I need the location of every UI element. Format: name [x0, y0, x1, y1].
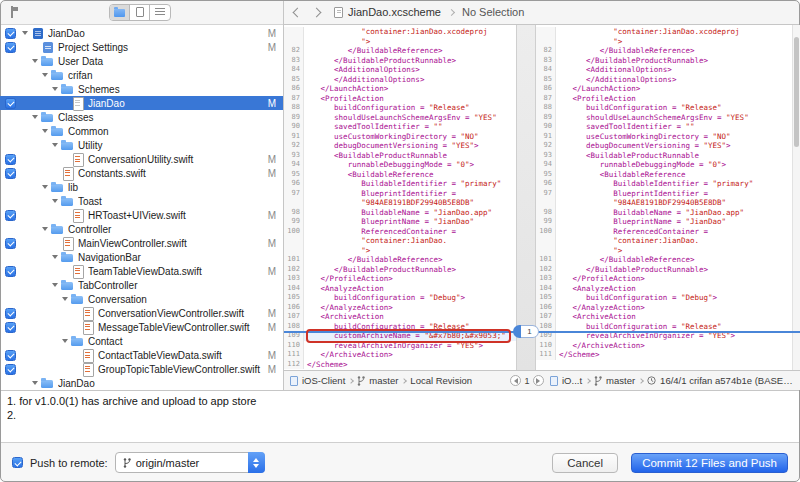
disclosure-triangle-icon[interactable] — [62, 292, 71, 306]
jumpbar-context[interactable]: No Selection — [462, 6, 524, 18]
tree-row-conversationutility-swift[interactable]: ConversationUtility.swiftM — [0, 152, 283, 166]
tree-item-label: JianDao — [58, 378, 111, 389]
commit-file-checkbox[interactable] — [5, 308, 16, 319]
left-bar-project[interactable]: iOS-Client — [302, 375, 345, 386]
tree-row-constants-swift[interactable]: Constants.swiftM — [0, 166, 283, 180]
code-text: </BuildableProductRunnable> — [556, 56, 708, 66]
tree-row-controller[interactable]: Controller — [0, 222, 283, 236]
disclosure-triangle-icon[interactable] — [52, 138, 61, 152]
disclosure-triangle-icon[interactable] — [32, 376, 41, 390]
tree-item-label: User Data — [58, 56, 119, 67]
right-bar-revision[interactable]: 16/4/1 crifan a574b1e (BASE, HEAD) — [660, 375, 794, 386]
right-bar-branch[interactable]: master — [606, 375, 635, 386]
disclosure-triangle-icon[interactable] — [52, 250, 61, 264]
disclosure-triangle-icon[interactable] — [52, 278, 61, 292]
tree-row-project-settings[interactable]: Project SettingsM — [0, 40, 283, 54]
segment-document-view[interactable] — [130, 5, 150, 20]
swift-icon — [61, 167, 75, 180]
code-line: "container:JianDao.xcodeproj — [284, 27, 516, 37]
tree-row-classes[interactable]: Classes — [0, 110, 283, 124]
code-line: 94 runnableDebuggingMode = "0"> — [536, 160, 792, 170]
disclosure-triangle-icon[interactable] — [42, 68, 51, 82]
tree-row-navigationbar[interactable]: NavigationBar — [0, 250, 283, 264]
folder-icon — [61, 251, 75, 264]
tree-row-tabcontroller[interactable]: TabController — [0, 278, 283, 292]
line-number: 87 — [284, 94, 304, 104]
commit-file-checkbox[interactable] — [5, 238, 16, 249]
commit-file-checkbox[interactable] — [5, 266, 16, 277]
tree-row-jiandao[interactable]: JianDao — [0, 376, 283, 390]
code-line: 100 ReferencedContainer = — [284, 227, 516, 237]
segment-list-view[interactable] — [150, 5, 170, 20]
tree-row-contacttableviewdata-swift[interactable]: ContactTableViewData.swiftM — [0, 348, 283, 362]
right-bar-project[interactable]: iO...t — [562, 375, 582, 386]
remote-branch-dropdown[interactable]: origin/master — [115, 452, 265, 473]
scrollbar-thumb[interactable] — [794, 37, 799, 147]
tree-row-messagetableviewcontroller-swift[interactable]: MessageTableViewController.swiftM — [0, 320, 283, 334]
tree-row-conversationviewcontroller-swift[interactable]: ConversationViewController.swiftM — [0, 306, 283, 320]
next-change-button[interactable] — [533, 375, 544, 386]
cancel-button[interactable]: Cancel — [552, 453, 618, 473]
disclosure-triangle-icon[interactable] — [42, 180, 51, 194]
line-number: 110 — [284, 341, 304, 351]
tree-row-lib[interactable]: lib — [0, 180, 283, 194]
prev-change-button[interactable] — [510, 375, 521, 386]
tree-row-mainviewcontroller-swift[interactable]: MainViewController.swiftM — [0, 236, 283, 250]
line-number: 91 — [536, 132, 556, 142]
commit-file-checkbox[interactable] — [5, 98, 16, 109]
jumpbar-file[interactable]: JianDao.xcscheme — [348, 6, 441, 18]
left-bar-revision[interactable]: Local Revision — [410, 375, 472, 386]
back-chevron-icon[interactable] — [293, 7, 303, 17]
code-line: 105 buildConfiguration = "Debug"> — [536, 293, 792, 303]
tree-row-toast[interactable]: Toast — [0, 194, 283, 208]
disclosure-triangle-icon[interactable] — [52, 194, 61, 208]
commit-message-area[interactable]: 1. for v1.0.0(1) has archive and upload … — [0, 391, 800, 443]
code-text: <ProfileAction — [304, 94, 384, 104]
commit-file-checkbox[interactable] — [5, 210, 16, 221]
tree-row-schemes[interactable]: Schemes — [0, 82, 283, 96]
file-status-badge: M — [268, 266, 276, 277]
disclosure-triangle-icon[interactable] — [22, 26, 31, 40]
code-line: 94 runnableDebuggingMode = "0"> — [284, 160, 516, 170]
commit-file-checkbox[interactable] — [5, 42, 16, 53]
tree-row-contact[interactable]: Contact — [0, 334, 283, 348]
commit-file-checkbox[interactable] — [5, 28, 16, 39]
tree-row-common[interactable]: Common — [0, 124, 283, 138]
code-text: runnableDebuggingMode = "0"> — [556, 160, 726, 170]
tree-row-utility[interactable]: Utility — [0, 138, 283, 152]
code-line: 99 BlueprintName = "JianDao" — [536, 217, 792, 227]
change-navigator[interactable]: 1 — [506, 373, 548, 388]
commit-file-checkbox[interactable] — [5, 154, 16, 165]
disclosure-triangle-icon[interactable] — [62, 334, 71, 348]
commit-file-checkbox[interactable] — [5, 168, 16, 179]
commit-and-push-button[interactable]: Commit 12 Files and Push — [631, 453, 788, 473]
commit-file-checkbox[interactable] — [5, 350, 16, 361]
tree-row-user-data[interactable]: User Data — [0, 54, 283, 68]
code-line: 95 <BuildableReference — [536, 170, 792, 180]
tree-row-teamtableviewdata-swift[interactable]: TeamTableViewData.swiftM — [0, 264, 283, 278]
tree-item-label: Controller — [68, 224, 127, 235]
code-line: 87 <ProfileAction — [536, 94, 792, 104]
disclosure-triangle-icon[interactable] — [32, 110, 41, 124]
tree-row-jiandao[interactable]: JianDaoM — [0, 96, 283, 110]
line-number: 103 — [284, 274, 304, 284]
disclosure-triangle-icon[interactable] — [32, 54, 41, 68]
tree-row-conversation[interactable]: Conversation — [0, 292, 283, 306]
segment-file-view[interactable] — [110, 5, 130, 20]
push-to-remote-checkbox[interactable] — [12, 457, 23, 468]
code-text: buildConfiguration = "Release" — [556, 103, 722, 113]
tree-row-crifan[interactable]: crifan — [0, 68, 283, 82]
disclosure-triangle-icon[interactable] — [42, 222, 51, 236]
scrollbar[interactable] — [792, 25, 800, 370]
tree-row-jiandao[interactable]: JianDaoM — [0, 26, 283, 40]
disclosure-triangle-icon[interactable] — [52, 82, 61, 96]
left-bar-branch[interactable]: master — [369, 375, 398, 386]
code-line: "> — [536, 37, 792, 47]
tree-row-hrtoast-uiview-swift[interactable]: HRToast+UIView.swiftM — [0, 208, 283, 222]
commit-file-checkbox[interactable] — [5, 364, 16, 375]
forward-chevron-icon[interactable] — [312, 7, 322, 17]
diff-change-badge[interactable]: 1 — [513, 325, 539, 338]
disclosure-triangle-icon[interactable] — [42, 124, 51, 138]
tree-row-grouptopictableviewcontroller-swift[interactable]: GroupTopicTableViewController.swiftM — [0, 362, 283, 376]
commit-file-checkbox[interactable] — [5, 322, 16, 333]
